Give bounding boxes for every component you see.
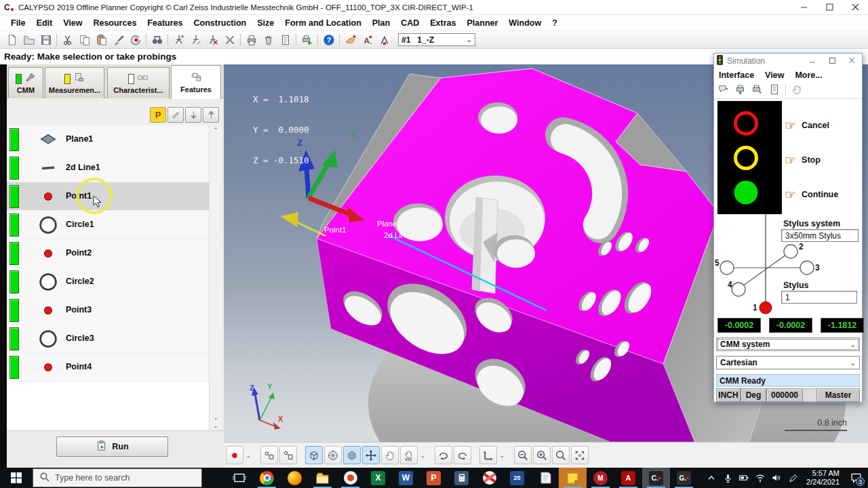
feature-group-button[interactable]	[279, 446, 297, 464]
zoom-out-button[interactable]	[514, 446, 532, 464]
feature-row-circle2[interactable]: Circle2	[7, 268, 209, 296]
feature-list-scrollbar[interactable]: ⌃ ⌄ ⌄	[209, 125, 221, 430]
probe-config-button[interactable]	[170, 32, 187, 47]
taskbar-app-notes[interactable]	[531, 468, 559, 488]
microphone-icon[interactable]	[721, 468, 734, 488]
menu-item-cad[interactable]: CAD	[395, 18, 425, 28]
print-move-button[interactable]	[751, 83, 764, 98]
start-button[interactable]	[0, 468, 33, 488]
probe-axis-button[interactable]	[479, 446, 497, 464]
probe-point-button[interactable]	[226, 446, 243, 464]
taskbar-app-calypso[interactable]: C.•	[642, 468, 670, 488]
feature-row-point3[interactable]: Point3	[7, 296, 209, 325]
fit-view-button[interactable]	[571, 446, 589, 464]
sim-menu-more[interactable]: More...	[795, 70, 822, 80]
taskbar-app-word[interactable]: W	[392, 468, 420, 488]
sim-menu-interface[interactable]: Interface	[719, 70, 754, 80]
menu-item-view[interactable]: View	[58, 18, 87, 28]
probe-change-button[interactable]	[376, 32, 393, 47]
menu-item-file[interactable]: File	[5, 18, 31, 28]
minimize-button[interactable]	[791, 0, 816, 15]
feature-row-circle1[interactable]: Circle1	[7, 211, 209, 239]
chevron-up-icon[interactable]	[705, 468, 718, 488]
taskbar-app-firefox[interactable]	[281, 468, 309, 488]
light-action-cancel[interactable]: ☞Cancel	[785, 115, 861, 136]
coordinate-system-dropdown[interactable]: Cartesian⌄	[716, 356, 860, 369]
menu-item-size[interactable]: Size	[252, 18, 279, 28]
zoom-window-button[interactable]	[552, 446, 570, 464]
unit-button-inch[interactable]: INCH	[716, 388, 741, 402]
stylus-4[interactable]	[732, 283, 745, 296]
help-button[interactable]: ?	[320, 32, 337, 47]
format-brush-button[interactable]	[110, 32, 127, 47]
new-document-button[interactable]	[3, 32, 20, 47]
tab-measuremen[interactable]: Measuremen...	[45, 67, 104, 98]
grab-hand-button[interactable]	[381, 446, 399, 464]
probe-edit-button[interactable]	[187, 32, 204, 47]
zoom-in-button[interactable]	[533, 446, 551, 464]
save-position-button[interactable]	[734, 83, 747, 98]
tools-button[interactable]	[221, 32, 238, 47]
pen-icon[interactable]	[786, 468, 800, 488]
menu-item-construction[interactable]: Construction	[188, 18, 252, 28]
move-up-button[interactable]	[203, 107, 219, 123]
close-button[interactable]	[842, 0, 868, 15]
battery-icon[interactable]	[737, 468, 751, 488]
stylus-1-active[interactable]	[760, 302, 772, 314]
save-button[interactable]	[37, 32, 54, 47]
printer-run-button[interactable]	[298, 32, 315, 47]
update-run-button[interactable]	[127, 32, 144, 47]
taskbar-app-makerbot[interactable]: M	[587, 468, 614, 488]
taskbar-app-calypso-sim[interactable]: G.•	[670, 468, 698, 488]
cube-solid-button[interactable]	[343, 446, 361, 464]
move-down-button[interactable]	[185, 107, 201, 123]
protocol-list-button[interactable]	[768, 83, 781, 98]
feature-row-circle3[interactable]: Circle3	[7, 325, 209, 353]
notification-center-icon[interactable]: 3	[846, 468, 865, 488]
search-binoculars-button[interactable]	[149, 32, 165, 47]
protocol-button[interactable]	[277, 32, 294, 47]
feature-row-point1[interactable]: Point1	[7, 182, 209, 211]
chevron-down-icon[interactable]: ⌄	[419, 452, 427, 459]
feature-points-button[interactable]	[260, 446, 278, 464]
menu-item-resources[interactable]: Resources	[87, 18, 142, 28]
menu-item-plan[interactable]: Plan	[367, 18, 395, 28]
hand-xyz-button[interactable]: XYZ	[400, 446, 418, 464]
taskbar-app-powerpoint[interactable]: P	[420, 468, 448, 488]
cmm-system-dropdown[interactable]: CMM system⌄	[716, 338, 860, 351]
unit-button-000000[interactable]: 000000	[766, 388, 803, 402]
taskbar-app-screen-recorder[interactable]	[336, 468, 364, 488]
stylus-3[interactable]	[800, 261, 814, 274]
volume-icon[interactable]	[770, 468, 783, 488]
menu-item-planner[interactable]: Planner	[462, 18, 504, 28]
feature-row-plane1[interactable]: Plane1	[7, 125, 209, 154]
paste-button[interactable]	[93, 32, 110, 47]
taskbar-app-nav-20[interactable]: 20	[503, 468, 531, 488]
taskbar-app-acrobat[interactable]: A	[614, 468, 642, 488]
sim-close-button[interactable]	[844, 55, 860, 67]
taskbar-app-sticky-notes[interactable]	[559, 468, 587, 488]
search-input[interactable]: Type here to search	[33, 468, 202, 487]
wifi-icon[interactable]	[753, 468, 767, 488]
maximize-button[interactable]	[816, 0, 842, 15]
run-button[interactable]: Run	[56, 436, 168, 457]
rotate-y-button[interactable]	[454, 446, 471, 464]
light-action-continue[interactable]: ☞Continue	[785, 184, 861, 205]
feature-row-2d-line1[interactable]: 2d Line1	[7, 154, 209, 182]
menu-item-[interactable]: ?	[547, 18, 563, 28]
scroll-down-icon-2[interactable]: ⌄	[210, 421, 222, 430]
chevron-down-icon[interactable]: ⌄	[245, 452, 252, 459]
unit-button-deg[interactable]: Deg	[741, 388, 766, 402]
taskbar-app-cad-tool[interactable]	[475, 468, 503, 488]
probe-disable-button[interactable]	[204, 32, 221, 47]
chevron-down-icon[interactable]: ⌄	[498, 452, 506, 459]
cube-wireframe-button[interactable]	[305, 446, 323, 464]
menu-item-form-and-location[interactable]: Form and Location	[279, 18, 367, 28]
taskbar-app-file-explorer[interactable]	[309, 468, 336, 488]
menu-item-window[interactable]: Window	[503, 18, 547, 28]
rotate-x-button[interactable]	[435, 446, 452, 464]
menu-item-edit[interactable]: Edit	[31, 18, 58, 28]
tab-cmm[interactable]: CMM	[8, 67, 43, 98]
tab-characterist[interactable]: Characterist...	[107, 67, 170, 98]
probe-selector-dropdown[interactable]: #11_-Z⌄	[398, 33, 475, 46]
